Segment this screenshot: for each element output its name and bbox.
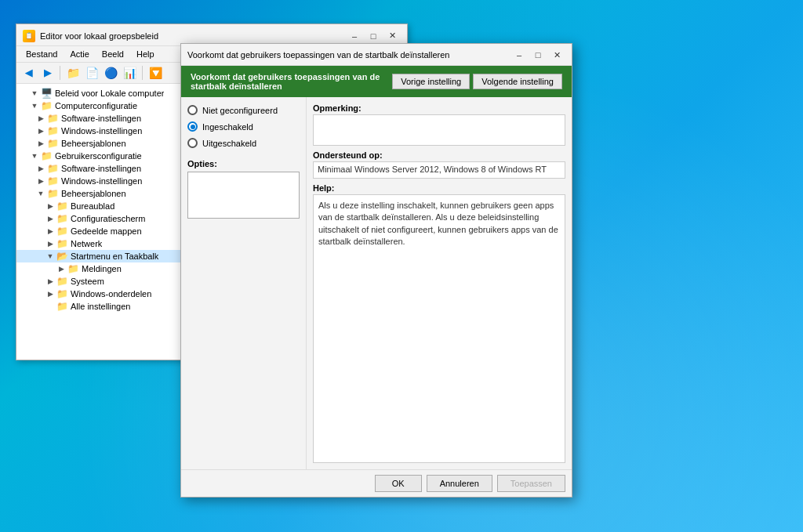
- tree-arrow: ▼: [29, 89, 40, 97]
- dialog-body: Niet geconfigureerd Ingeschakeld Uitgesc…: [181, 97, 572, 469]
- cancel-button[interactable]: Annuleren: [427, 475, 492, 492]
- tree-folder-icon: 📁: [46, 138, 59, 149]
- toolbar-separator-2: [142, 66, 143, 80]
- tree-item-startmenu[interactable]: ▼ 📂 Startmenu en Taakbalk: [16, 250, 188, 262]
- tree-item-alle[interactable]: 📁 Alle instellingen: [16, 300, 188, 313]
- tree-label: Software-instellingen: [59, 114, 141, 123]
- dialog-minimize[interactable]: –: [511, 48, 528, 62]
- tree-arrow: ▶: [35, 139, 46, 147]
- tree-arrow: ▶: [35, 177, 46, 185]
- tree-label: Software-instellingen: [59, 164, 141, 173]
- radio-uitgeschakeld[interactable]: Uitgeschakeld: [187, 138, 300, 148]
- tree-item-windows-onderd[interactable]: ▶ 📁 Windows-onderdelen: [16, 288, 188, 300]
- tree-label: Gebruikersconfiguratie: [53, 151, 142, 161]
- tree-item-burebl[interactable]: ▶ 📁 Bureaublad: [16, 200, 188, 212]
- radio-label-ingeschakeld: Ingeschakeld: [202, 122, 253, 132]
- tree-folder-icon: 📁: [56, 288, 68, 299]
- ok-button[interactable]: OK: [375, 475, 422, 492]
- tree-item-gc-wi[interactable]: ▶ 📁 Windows-instellingen: [16, 175, 188, 187]
- tree-folder-icon: 📁: [56, 238, 68, 249]
- radio-ingeschakeld[interactable]: Ingeschakeld: [187, 121, 300, 132]
- tree-item-root[interactable]: ▼ 🖥️ Beleid voor Lokale computer: [16, 87, 188, 100]
- tree-folder-icon: 📁: [46, 188, 59, 199]
- supported-label: Ondersteund op:: [313, 150, 565, 160]
- gpo-window-icon: 📋: [23, 30, 35, 42]
- filter-button[interactable]: 🔽: [147, 64, 164, 81]
- tree-label: Beheersjablonen: [59, 189, 126, 198]
- menu-help[interactable]: Help: [130, 48, 161, 60]
- radio-input-ingeschakeld[interactable]: [187, 121, 198, 132]
- menu-beeld[interactable]: Beeld: [96, 48, 130, 60]
- tree-folder-icon: 📂: [56, 251, 68, 262]
- tree-item-gc[interactable]: ▼ 📁 Gebruikersconfiguratie: [16, 150, 188, 162]
- tree-arrow: ▶: [45, 290, 56, 298]
- tree-item-systeem[interactable]: ▶ 📁 Systeem: [16, 275, 188, 288]
- tree-arrow: ▼: [29, 152, 40, 160]
- menu-bestand[interactable]: Bestand: [20, 48, 64, 60]
- tree-arrow: ▶: [45, 215, 56, 223]
- tree-folder-icon: 📁: [67, 263, 79, 274]
- radio-input-uitgeschakeld[interactable]: [187, 138, 198, 148]
- tree-item-config[interactable]: ▶ 📁 Configuratiescherm: [16, 212, 188, 225]
- tree-folder-icon: 📁: [40, 100, 53, 111]
- close-button[interactable]: ✕: [383, 29, 401, 43]
- tree-folder-icon: 📁: [56, 201, 68, 212]
- prev-setting-button[interactable]: Vorige instelling: [392, 74, 470, 89]
- tree-folder-icon: 🖥️: [40, 88, 53, 99]
- tree-arrow: ▶: [45, 277, 56, 285]
- options-section: Opties:: [187, 159, 300, 219]
- tree-folder-icon: 📁: [56, 226, 68, 237]
- dialog-header-text: Voorkomt dat gebruikers toepassingen van…: [191, 72, 392, 91]
- options-box: [187, 172, 300, 219]
- dialog-footer: OK Annuleren Toepassen: [181, 469, 572, 497]
- tree-label: Netwerk: [68, 239, 102, 248]
- radio-input-niet[interactable]: [187, 105, 198, 115]
- tree-arrow: ▶: [45, 240, 56, 248]
- tree-arrow: ▶: [35, 114, 46, 122]
- tree-label: Beheersjablonen: [59, 139, 126, 148]
- comment-label: Opmerking:: [313, 103, 565, 113]
- toolbar-btn-2[interactable]: 📄: [83, 64, 100, 81]
- gpo-window-controls: – □ ✕: [346, 29, 401, 43]
- tree-item-cc[interactable]: ▼ 📁 Computerconfiguratie: [16, 100, 188, 112]
- tree-item-wi[interactable]: ▶ 📁 Windows-instellingen: [16, 125, 188, 137]
- dialog-maximize[interactable]: □: [529, 48, 547, 62]
- next-setting-button[interactable]: Volgende instelling: [473, 74, 562, 89]
- tree-item-meldingen[interactable]: ▶ 📁 Meldingen: [16, 262, 188, 275]
- supported-text: Minimaal Windows Server 2012, Windows 8 …: [313, 161, 565, 179]
- tree-label: Startmenu en Taakbalk: [68, 252, 158, 261]
- tree-arrow: ▶: [35, 127, 46, 135]
- menu-actie[interactable]: Actie: [64, 48, 95, 60]
- minimize-button[interactable]: –: [346, 29, 363, 43]
- dialog-close[interactable]: ✕: [548, 48, 565, 62]
- help-text: Als u deze instelling inschakelt, kunnen…: [318, 201, 558, 246]
- tree-label: Alle instellingen: [68, 302, 130, 311]
- supported-row: Ondersteund op: Minimaal Windows Server …: [313, 150, 565, 179]
- show-hide-button[interactable]: 📁: [64, 64, 82, 81]
- radio-dot: [191, 125, 195, 129]
- tree-item-gc-sw[interactable]: ▶ 📁 Software-instellingen: [16, 162, 188, 175]
- back-button[interactable]: ◀: [20, 64, 37, 81]
- tree-item-bj[interactable]: ▶ 📁 Beheersjablonen: [16, 137, 188, 150]
- help-box: Als u deze instelling inschakelt, kunnen…: [313, 194, 565, 463]
- dialog-left: Niet geconfigureerd Ingeschakeld Uitgesc…: [181, 97, 307, 469]
- radio-label-niet: Niet geconfigureerd: [202, 106, 278, 115]
- comment-textarea[interactable]: [313, 114, 565, 146]
- tree-item-netwerk[interactable]: ▶ 📁 Netwerk: [16, 237, 188, 250]
- apply-button[interactable]: Toepassen: [497, 475, 565, 492]
- toolbar-btn-3[interactable]: 🔵: [102, 64, 119, 81]
- setting-dialog: Voorkomt dat gebruikers toepassingen van…: [180, 43, 572, 498]
- tree-item-gedeeld[interactable]: ▶ 📁 Gedeelde mappen: [16, 225, 188, 237]
- tree-item-sw[interactable]: ▶ 📁 Software-instellingen: [16, 112, 188, 125]
- radio-niet-geconfigureerd[interactable]: Niet geconfigureerd: [187, 105, 300, 115]
- tree-label: Windows-onderdelen: [68, 289, 151, 299]
- maximize-button[interactable]: □: [365, 29, 382, 43]
- forward-button[interactable]: ▶: [38, 64, 56, 81]
- toolbar-btn-4[interactable]: 📊: [121, 64, 138, 81]
- radio-label-uitgeschakeld: Uitgeschakeld: [202, 139, 256, 148]
- tree-item-gc-bj[interactable]: ▼ 📁 Beheersjablonen: [16, 187, 188, 200]
- tree-folder-icon: 📁: [56, 276, 68, 287]
- tree-label: Windows-instellingen: [59, 176, 142, 186]
- tree-arrow: ▼: [29, 102, 40, 110]
- tree-label: Windows-instellingen: [59, 126, 142, 136]
